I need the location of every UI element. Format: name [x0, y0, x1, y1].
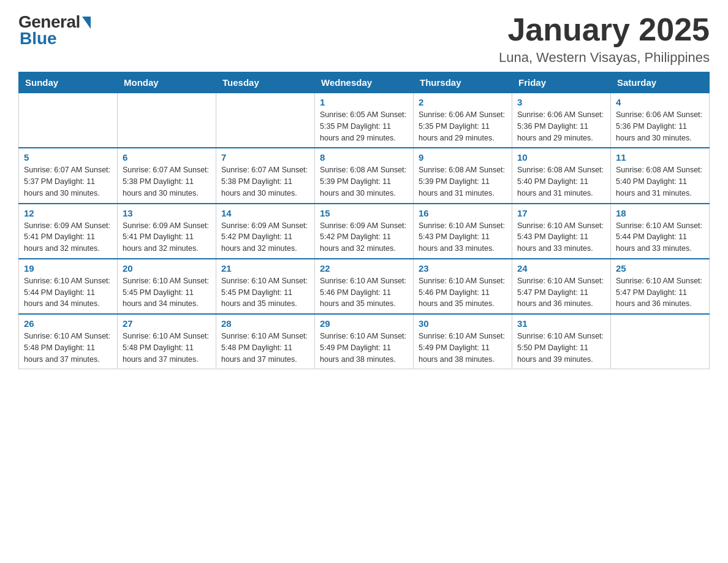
day-info: Sunrise: 6:10 AM Sunset: 5:45 PM Dayligh…	[221, 275, 309, 310]
logo-blue-text: Blue	[20, 29, 57, 48]
calendar-day-cell: 1Sunrise: 6:05 AM Sunset: 5:35 PM Daylig…	[315, 93, 414, 148]
calendar-day-cell: 28Sunrise: 6:10 AM Sunset: 5:48 PM Dayli…	[216, 314, 315, 369]
calendar-day-cell: 16Sunrise: 6:10 AM Sunset: 5:43 PM Dayli…	[414, 204, 512, 259]
calendar-week-row: 19Sunrise: 6:10 AM Sunset: 5:44 PM Dayli…	[19, 259, 710, 314]
title-block: January 2025 Luna, Western Visayas, Phil…	[499, 12, 710, 66]
logo: General Blue	[18, 12, 91, 48]
day-info: Sunrise: 6:09 AM Sunset: 5:41 PM Dayligh…	[24, 220, 112, 255]
calendar-day-cell: 24Sunrise: 6:10 AM Sunset: 5:47 PM Dayli…	[512, 259, 611, 314]
day-number: 16	[419, 208, 507, 218]
day-info: Sunrise: 6:06 AM Sunset: 5:36 PM Dayligh…	[517, 109, 605, 144]
day-number: 28	[221, 318, 309, 329]
day-number: 17	[517, 208, 605, 218]
logo-triangle-icon	[82, 17, 91, 29]
calendar-day-cell: 8Sunrise: 6:08 AM Sunset: 5:39 PM Daylig…	[315, 148, 414, 203]
day-info: Sunrise: 6:10 AM Sunset: 5:49 PM Dayligh…	[320, 331, 408, 365]
calendar-day-cell	[611, 314, 710, 369]
calendar-day-cell: 10Sunrise: 6:08 AM Sunset: 5:40 PM Dayli…	[512, 148, 611, 203]
calendar-day-cell: 30Sunrise: 6:10 AM Sunset: 5:49 PM Dayli…	[414, 314, 512, 369]
day-info: Sunrise: 6:10 AM Sunset: 5:46 PM Dayligh…	[419, 275, 507, 310]
day-info: Sunrise: 6:08 AM Sunset: 5:39 PM Dayligh…	[419, 164, 507, 199]
day-number: 3	[517, 97, 605, 107]
day-number: 23	[419, 263, 507, 274]
page-header: General Blue January 2025 Luna, Western …	[18, 12, 710, 66]
day-number: 6	[123, 152, 211, 163]
calendar-day-cell: 12Sunrise: 6:09 AM Sunset: 5:41 PM Dayli…	[19, 204, 118, 259]
calendar-day-cell: 26Sunrise: 6:10 AM Sunset: 5:48 PM Dayli…	[19, 314, 118, 369]
day-number: 29	[320, 318, 408, 329]
day-info: Sunrise: 6:10 AM Sunset: 5:50 PM Dayligh…	[517, 331, 605, 365]
day-number: 18	[616, 208, 704, 218]
day-number: 1	[320, 97, 408, 107]
day-number: 12	[24, 208, 112, 218]
day-number: 20	[123, 263, 211, 274]
calendar-header-cell: Monday	[118, 72, 216, 93]
day-info: Sunrise: 6:10 AM Sunset: 5:43 PM Dayligh…	[419, 220, 507, 255]
calendar-day-cell: 23Sunrise: 6:10 AM Sunset: 5:46 PM Dayli…	[414, 259, 512, 314]
day-info: Sunrise: 6:10 AM Sunset: 5:48 PM Dayligh…	[221, 331, 309, 365]
calendar-day-cell: 11Sunrise: 6:08 AM Sunset: 5:40 PM Dayli…	[611, 148, 710, 203]
day-number: 30	[419, 318, 507, 329]
day-number: 13	[123, 208, 211, 218]
calendar-day-cell: 3Sunrise: 6:06 AM Sunset: 5:36 PM Daylig…	[512, 93, 611, 148]
calendar-day-cell	[118, 93, 216, 148]
calendar-day-cell	[216, 93, 315, 148]
day-number: 25	[616, 263, 704, 274]
day-info: Sunrise: 6:09 AM Sunset: 5:42 PM Dayligh…	[221, 220, 309, 255]
calendar-day-cell: 17Sunrise: 6:10 AM Sunset: 5:43 PM Dayli…	[512, 204, 611, 259]
day-info: Sunrise: 6:10 AM Sunset: 5:48 PM Dayligh…	[123, 331, 211, 365]
day-info: Sunrise: 6:07 AM Sunset: 5:38 PM Dayligh…	[123, 164, 211, 199]
day-info: Sunrise: 6:08 AM Sunset: 5:39 PM Dayligh…	[320, 164, 408, 199]
calendar-day-cell: 6Sunrise: 6:07 AM Sunset: 5:38 PM Daylig…	[118, 148, 216, 203]
calendar-week-row: 26Sunrise: 6:10 AM Sunset: 5:48 PM Dayli…	[19, 314, 710, 369]
day-number: 10	[517, 152, 605, 163]
day-info: Sunrise: 6:09 AM Sunset: 5:42 PM Dayligh…	[320, 220, 408, 255]
day-number: 21	[221, 263, 309, 274]
calendar-day-cell: 20Sunrise: 6:10 AM Sunset: 5:45 PM Dayli…	[118, 259, 216, 314]
day-number: 7	[221, 152, 309, 163]
day-info: Sunrise: 6:06 AM Sunset: 5:35 PM Dayligh…	[419, 109, 507, 144]
day-number: 4	[616, 97, 704, 107]
calendar-day-cell: 4Sunrise: 6:06 AM Sunset: 5:36 PM Daylig…	[611, 93, 710, 148]
day-number: 27	[123, 318, 211, 329]
day-info: Sunrise: 6:10 AM Sunset: 5:44 PM Dayligh…	[24, 275, 112, 310]
day-info: Sunrise: 6:05 AM Sunset: 5:35 PM Dayligh…	[320, 109, 408, 144]
day-info: Sunrise: 6:10 AM Sunset: 5:49 PM Dayligh…	[419, 331, 507, 365]
calendar-day-cell: 15Sunrise: 6:09 AM Sunset: 5:42 PM Dayli…	[315, 204, 414, 259]
calendar-table: SundayMondayTuesdayWednesdayThursdayFrid…	[18, 72, 710, 369]
calendar-header: SundayMondayTuesdayWednesdayThursdayFrid…	[19, 72, 710, 93]
day-number: 26	[24, 318, 112, 329]
calendar-header-cell: Friday	[512, 72, 611, 93]
calendar-day-cell	[19, 93, 118, 148]
day-info: Sunrise: 6:08 AM Sunset: 5:40 PM Dayligh…	[616, 164, 704, 199]
day-number: 11	[616, 152, 704, 163]
day-info: Sunrise: 6:08 AM Sunset: 5:40 PM Dayligh…	[517, 164, 605, 199]
day-number: 9	[419, 152, 507, 163]
calendar-day-cell: 25Sunrise: 6:10 AM Sunset: 5:47 PM Dayli…	[611, 259, 710, 314]
calendar-day-cell: 19Sunrise: 6:10 AM Sunset: 5:44 PM Dayli…	[19, 259, 118, 314]
calendar-header-cell: Saturday	[611, 72, 710, 93]
day-info: Sunrise: 6:10 AM Sunset: 5:47 PM Dayligh…	[517, 275, 605, 310]
day-info: Sunrise: 6:10 AM Sunset: 5:48 PM Dayligh…	[24, 331, 112, 365]
calendar-header-row: SundayMondayTuesdayWednesdayThursdayFrid…	[19, 72, 710, 93]
day-info: Sunrise: 6:10 AM Sunset: 5:45 PM Dayligh…	[123, 275, 211, 310]
calendar-week-row: 1Sunrise: 6:05 AM Sunset: 5:35 PM Daylig…	[19, 93, 710, 148]
calendar-day-cell: 18Sunrise: 6:10 AM Sunset: 5:44 PM Dayli…	[611, 204, 710, 259]
calendar-day-cell: 21Sunrise: 6:10 AM Sunset: 5:45 PM Dayli…	[216, 259, 315, 314]
calendar-header-cell: Wednesday	[315, 72, 414, 93]
day-number: 24	[517, 263, 605, 274]
day-number: 22	[320, 263, 408, 274]
calendar-body: 1Sunrise: 6:05 AM Sunset: 5:35 PM Daylig…	[19, 93, 710, 369]
calendar-day-cell: 7Sunrise: 6:07 AM Sunset: 5:38 PM Daylig…	[216, 148, 315, 203]
calendar-day-cell: 2Sunrise: 6:06 AM Sunset: 5:35 PM Daylig…	[414, 93, 512, 148]
calendar-header-cell: Tuesday	[216, 72, 315, 93]
day-number: 2	[419, 97, 507, 107]
day-number: 8	[320, 152, 408, 163]
calendar-header-cell: Thursday	[414, 72, 512, 93]
day-info: Sunrise: 6:10 AM Sunset: 5:47 PM Dayligh…	[616, 275, 704, 310]
day-number: 5	[24, 152, 112, 163]
calendar-day-cell: 14Sunrise: 6:09 AM Sunset: 5:42 PM Dayli…	[216, 204, 315, 259]
day-number: 14	[221, 208, 309, 218]
day-number: 31	[517, 318, 605, 329]
calendar-week-row: 12Sunrise: 6:09 AM Sunset: 5:41 PM Dayli…	[19, 204, 710, 259]
